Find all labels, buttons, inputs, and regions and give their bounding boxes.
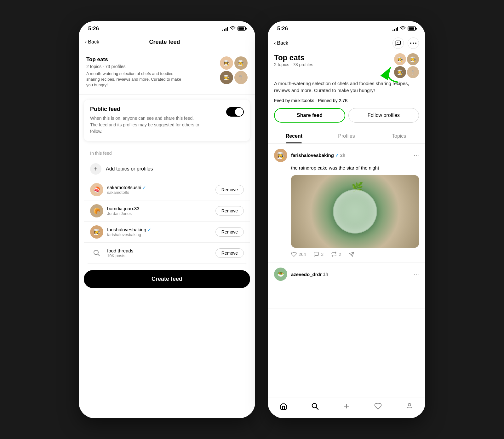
comment-action[interactable]: 3	[313, 251, 324, 257]
comment-count: 3	[321, 252, 324, 257]
right-back-button[interactable]: ‹ Back	[274, 40, 288, 46]
right-phone: 5:26	[268, 21, 425, 418]
post-farisha: 👩‍🍳 farishalovesbaking ✓ 2h ··· the rain…	[268, 144, 425, 263]
feed-card-name: Top eats	[86, 56, 187, 63]
right-feed-by: Feed by mirikitcooks · Pinned by 2.7K	[274, 98, 419, 103]
right-wifi-icon	[400, 26, 406, 32]
back-label: Back	[88, 39, 99, 45]
right-back-chevron: ‹	[274, 40, 276, 46]
public-feed-desc: When this is on, anyone can see and shar…	[90, 115, 200, 135]
right-header-icons: ❝	[392, 38, 419, 49]
svg-point-6	[415, 43, 416, 44]
in-this-feed-section: In this feed + Add topics or profiles 🍣 …	[84, 146, 250, 264]
remove-button-3[interactable]: Remove	[215, 227, 244, 237]
public-feed-card: Public feed When this is on, anyone can …	[84, 100, 250, 141]
feed-item-avatar-3: 👩‍🍳	[90, 225, 103, 239]
right-signal-icon	[392, 26, 398, 31]
add-topics-row[interactable]: + Add topics or profiles	[84, 159, 250, 179]
quote-icon-button[interactable]: ❝	[392, 38, 404, 49]
svg-point-13	[408, 403, 411, 406]
right-back-label: Back	[277, 40, 288, 46]
feed-item-username-3: farishalovesbaking ✓	[107, 227, 151, 232]
left-phone: 5:26	[79, 21, 255, 418]
nav-home[interactable]	[276, 401, 291, 412]
green-arrow	[375, 62, 406, 87]
svg-text:❝: ❝	[397, 41, 398, 43]
post-verified-farisha: ✓	[335, 153, 339, 158]
feed-avatar-1: 👩‍🍳	[220, 56, 233, 70]
public-feed-toggle[interactable]	[226, 107, 244, 117]
public-feed-title: Public feed	[90, 106, 200, 113]
feed-item-handle-4: 10K posts	[107, 253, 133, 258]
add-topics-text: Add topics or profiles	[106, 166, 153, 172]
feed-by-user: mirikitcooks	[291, 98, 314, 103]
nav-profile[interactable]	[402, 401, 417, 412]
create-feed-button[interactable]: Create feed	[84, 270, 250, 288]
feed-by-label: Feed by	[274, 98, 291, 103]
share-action[interactable]	[349, 251, 354, 257]
bottom-nav	[268, 397, 425, 418]
left-status-bar: 5:26	[79, 21, 255, 34]
nav-search[interactable]	[307, 401, 323, 412]
svg-point-4	[410, 43, 411, 44]
topic-search-icon	[90, 246, 103, 260]
feed-card-desc: A mouth-watering selection of chefs and …	[86, 71, 187, 88]
feed-item-sakamoto: 🍣 sakamoto8sushi ✓ sakamoto8s Remove	[84, 179, 250, 200]
svg-line-10	[316, 407, 318, 409]
post-more-azevedo[interactable]: ···	[414, 271, 419, 278]
in-this-feed-label: In this feed	[84, 146, 250, 159]
feed-avatar-2: 🧑‍🍳	[234, 56, 248, 70]
more-options-button[interactable]	[408, 38, 419, 49]
right-scroll-content: Top eats 2 topics · 73 profiles 👩‍🍳 🧑‍🍳 …	[268, 53, 425, 418]
tab-recent[interactable]: Recent	[268, 129, 320, 143]
follow-profiles-button[interactable]: Follow profiles	[348, 108, 419, 123]
post-more-farisha[interactable]: ···	[414, 152, 419, 159]
feed-item-username-2: bomdia.joao.33	[107, 206, 140, 211]
nav-compose[interactable]	[339, 401, 354, 412]
feed-item-avatar-2: 🥐	[90, 204, 103, 217]
remove-button-4[interactable]: Remove	[215, 248, 244, 258]
tabs-row: Recent Profiles Topics	[268, 129, 425, 144]
post-text-farisha: the raindrop cake was the star of the ni…	[291, 165, 419, 172]
remove-button-2[interactable]: Remove	[215, 206, 244, 216]
feed-item-bomdia: 🥐 bomdia.joao.33 Jordan Jones Remove	[84, 200, 250, 222]
right-status-icons	[392, 26, 416, 32]
like-action[interactable]: 264	[291, 251, 306, 257]
left-page-header: ‹ Back Create feed	[79, 34, 255, 50]
tab-topics[interactable]: Topics	[373, 129, 425, 143]
repost-action[interactable]: 2	[331, 251, 341, 257]
back-chevron: ‹	[85, 39, 87, 45]
remove-button-1[interactable]: Remove	[215, 185, 244, 194]
post-actions-farisha: 264 3 2	[291, 251, 419, 257]
post-time-farisha: 2h	[340, 153, 345, 158]
feed-item-avatar-1: 🍣	[90, 183, 103, 196]
left-status-icons	[222, 26, 246, 31]
share-feed-button[interactable]: Share feed	[274, 108, 345, 123]
post-username-farisha: farishalovesbaking ✓ 2h	[291, 153, 410, 158]
tab-profiles[interactable]: Profiles	[320, 129, 373, 143]
right-battery-icon	[408, 26, 416, 31]
wifi-icon	[230, 26, 236, 31]
right-status-bar: 5:26	[268, 21, 425, 34]
page-title: Create feed	[149, 39, 180, 45]
nav-heart[interactable]	[370, 401, 386, 412]
svg-point-5	[413, 43, 414, 44]
svg-line-1	[98, 254, 100, 256]
verified-icon-1: ✓	[142, 185, 146, 190]
feed-item-handle-3: farishalovesbaking	[107, 232, 151, 237]
feed-preview-card: Top eats 2 topics · 73 profiles A mouth-…	[79, 50, 255, 95]
left-scroll-content: Top eats 2 topics · 73 profiles A mouth-…	[79, 50, 255, 416]
battery-icon	[238, 26, 246, 31]
right-avatar-4: 🍴	[407, 66, 419, 78]
post-azevedo: 🥗 azevedo_drdr 1h ···	[268, 263, 425, 309]
like-count: 264	[299, 252, 306, 257]
signal-icon	[222, 26, 228, 31]
right-page-header: ‹ Back ❝	[268, 34, 425, 53]
right-feed-title: Top eats	[274, 53, 313, 62]
feed-item-handle-2: Jordan Jones	[107, 211, 140, 216]
post-avatar-farisha: 👩‍🍳	[274, 149, 287, 162]
back-button[interactable]: ‹ Back	[85, 39, 99, 45]
raindrop-cake	[333, 189, 377, 234]
right-avatar-2: 🧑‍🍳	[407, 53, 419, 65]
feed-item-farisha: 👩‍🍳 farishalovesbaking ✓ farishalovesbak…	[84, 222, 250, 243]
